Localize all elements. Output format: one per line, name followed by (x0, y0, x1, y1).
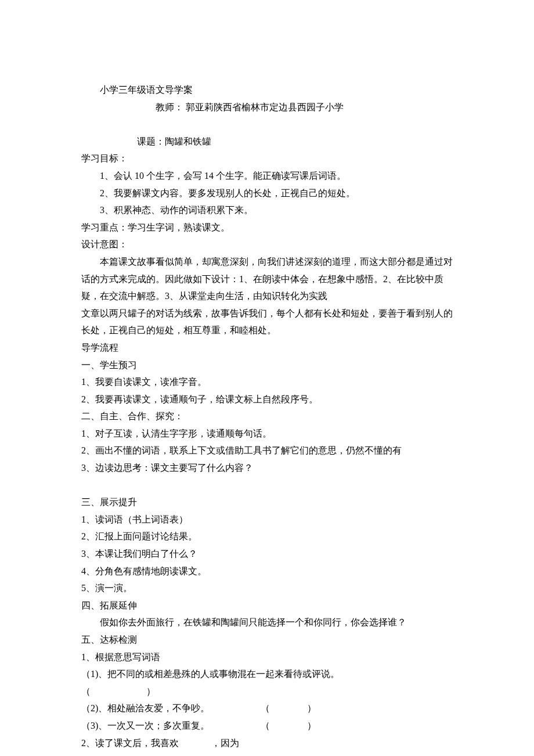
item-2-part-a: 2、读了课文后，我喜欢 (81, 738, 179, 748)
focus-line: 学习重点：学习生字词，熟读课文。 (81, 219, 453, 236)
question-3: （3)、一次又一次；多次重复。 （） (81, 717, 453, 735)
process-heading: 导学流程 (81, 339, 453, 357)
intent-para-1: 本篇课文故事看似简单，却寓意深刻，向我们讲述深刻的道理，而这大部分都是通过对话的… (81, 253, 453, 305)
doc-title: 小学三年级语文导学案 (81, 81, 453, 99)
section-3-item-4: 4、分角色有感情地朗读课文。 (81, 563, 453, 580)
section-4-text: 假如你去外面旅行，在铁罐和陶罐间只能选择一个和你同行，你会选择谁？ (81, 614, 453, 631)
section-5-item-2: 2、读了课文后，我喜欢 ，因为 (81, 735, 453, 752)
section-4-title: 四、拓展延伸 (81, 597, 453, 614)
question-1: （1)、把不同的或相差悬殊的人或事物混在一起来看待或评说。 （） (81, 665, 453, 700)
spacer (81, 116, 453, 133)
section-2-item-1: 1、对子互读，认清生字字形，读通顺每句话。 (81, 425, 453, 442)
question-2-text: （2)、相处融洽友爱，不争吵。 (81, 703, 210, 713)
section-3-item-5: 5、演一演。 (81, 579, 453, 597)
section-1-item-1: 1、我要自读课文，读准字音。 (81, 373, 453, 391)
intent-para-2: 文章以两只罐子的对话为线索，故事告诉我们，每个人都有长处和短处，要善于看到别人的… (81, 305, 453, 339)
section-1-title: 一、学生预习 (81, 357, 453, 374)
section-2-item-2: 2、画出不懂的词语，联系上下文或借助工具书了解它们的意思，仍然不懂的有 (81, 442, 453, 459)
spacer (81, 477, 453, 494)
question-2: （2)、相处融洽友爱，不争吵。 （） (81, 700, 453, 717)
section-3-item-1: 1、读词语（书上词语表） (81, 511, 453, 528)
item-2-part-b: ，因为 (211, 738, 239, 748)
section-3-item-3: 3、本课让我们明白了什么？ (81, 545, 453, 563)
answer-blank-1: （） (81, 683, 211, 700)
goal-item-3: 3、积累神态、动作的词语积累下来。 (81, 201, 453, 219)
teacher-line: 教师： 郭亚莉陕西省榆林市定边县西园子小学 (81, 99, 453, 116)
answer-blank-3: （） (261, 717, 353, 735)
section-5-title: 五、达标检测 (81, 631, 453, 649)
section-2-title: 二、自主、合作、探究： (81, 408, 453, 425)
section-3-title: 三、展示提升 (81, 494, 453, 511)
section-1-item-2: 2、我要再读课文，读通顺句子，给课文标上自然段序号。 (81, 391, 453, 408)
goal-item-2: 2、我要解课文内容。要多发现别人的长处，正视自己的短处。 (81, 185, 453, 202)
topic-line: 课题：陶罐和铁罐 (81, 133, 453, 150)
spacer (81, 751, 453, 756)
goals-heading: 学习目标： (81, 150, 453, 167)
answer-blank-2: （） (261, 700, 353, 717)
question-3-text: （3)、一次又一次；多次重复。 (81, 721, 210, 730)
question-1-text: （1)、把不同的或相差悬殊的人或事物混在一起来看待或评说。 (81, 669, 340, 679)
intent-heading: 设计意图： (81, 236, 453, 253)
goal-item-1: 1、会认 10 个生字，会写 14 个生字。能正确读写课后词语。 (81, 167, 453, 185)
section-2-item-3: 3、边读边思考：课文主要写了什么内容？ (81, 459, 453, 477)
section-3-item-2: 2、汇报上面问题讨论结果。 (81, 528, 453, 545)
section-5-item-1: 1、根据意思写词语 (81, 649, 453, 666)
